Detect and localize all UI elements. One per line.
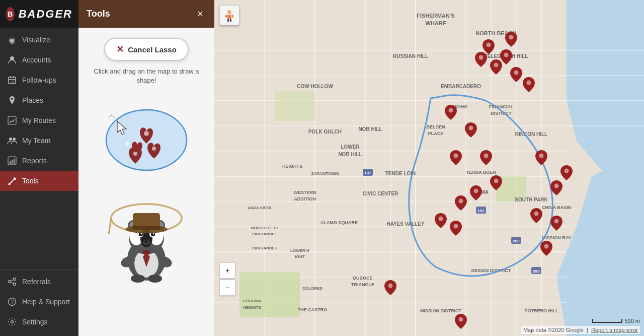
accounts-icon bbox=[7, 55, 17, 65]
sidebar-item-accounts[interactable]: Accounts bbox=[0, 50, 78, 70]
zoom-out-button[interactable]: − bbox=[219, 280, 235, 296]
svg-rect-11 bbox=[10, 161, 11, 164]
svg-text:RUSSIAN HILL: RUSSIAN HILL bbox=[393, 53, 428, 59]
map-scale: 500 m bbox=[592, 318, 640, 324]
sidebar-nav: ◉ Visualize Accounts 31 Follow-ups Place… bbox=[0, 28, 78, 269]
tools-title: Tools bbox=[87, 9, 110, 19]
svg-point-145 bbox=[454, 154, 458, 158]
svg-rect-162 bbox=[227, 15, 231, 19]
sidebar-item-followups[interactable]: 31 Follow-ups bbox=[0, 70, 78, 90]
svg-point-148 bbox=[474, 189, 478, 193]
sidebar-label-referrals: Referrals bbox=[22, 278, 51, 286]
svg-point-158 bbox=[388, 284, 393, 288]
sidebar-label-help: Help & Support bbox=[22, 298, 70, 306]
sidebar-label-accounts: Accounts bbox=[22, 56, 51, 64]
svg-text:ADDITION: ADDITION bbox=[294, 196, 316, 201]
map-area[interactable]: 101 101 280 280 FISHERMAN'S WHARF NORTH … bbox=[214, 0, 644, 336]
svg-text:HEIGHTS: HEIGHTS bbox=[282, 164, 302, 169]
map-footer: Map data ©2020 Google | Report a map err… bbox=[521, 326, 640, 334]
svg-text:WHARF: WHARF bbox=[426, 20, 446, 26]
svg-text:DOLORES: DOLORES bbox=[302, 286, 323, 291]
svg-text:JAPANTOWN: JAPANTOWN bbox=[310, 171, 339, 176]
svg-rect-163 bbox=[227, 19, 229, 22]
svg-point-137 bbox=[509, 35, 514, 40]
svg-point-45 bbox=[144, 240, 148, 243]
svg-text:101: 101 bbox=[364, 171, 371, 175]
svg-text:CORONA: CORONA bbox=[243, 299, 261, 303]
svg-text:RINCON HILL: RINCON HILL bbox=[515, 131, 547, 137]
svg-point-143 bbox=[449, 108, 453, 113]
map-zoom-controls: + − bbox=[219, 262, 235, 296]
svg-point-136 bbox=[487, 43, 491, 47]
street-view-pegman[interactable] bbox=[219, 5, 239, 25]
svg-line-28 bbox=[111, 115, 118, 121]
sidebar-item-places[interactable]: Places bbox=[0, 90, 78, 110]
svg-text:ALAMO SQUARE: ALAMO SQUARE bbox=[320, 220, 358, 225]
svg-text:101: 101 bbox=[477, 209, 485, 213]
svg-point-141 bbox=[514, 71, 519, 75]
map-canvas: 101 101 280 280 FISHERMAN'S WHARF NORTH … bbox=[214, 0, 644, 336]
svg-point-152 bbox=[539, 154, 544, 158]
sidebar-item-myroutes[interactable]: My Routes bbox=[0, 110, 78, 130]
sidebar-bottom: Referrals ? Help & Support Settings bbox=[0, 269, 78, 336]
cancel-lasso-button[interactable]: ✕ Cancel Lasso bbox=[104, 38, 189, 61]
svg-point-8 bbox=[9, 138, 12, 141]
sidebar-item-help[interactable]: ? Help & Support bbox=[0, 292, 78, 312]
tools-close-button[interactable]: × bbox=[194, 7, 206, 21]
svg-line-29 bbox=[109, 114, 112, 117]
sidebar-item-reports[interactable]: Reports bbox=[0, 151, 78, 171]
sidebar-item-tools[interactable]: Tools bbox=[0, 171, 78, 191]
svg-text:WESTERN: WESTERN bbox=[294, 190, 316, 195]
report-error-link[interactable]: Report a map error bbox=[591, 327, 638, 333]
svg-point-140 bbox=[504, 53, 509, 57]
svg-text:HAYES VALLEY: HAYES VALLEY bbox=[386, 221, 424, 227]
svg-point-149 bbox=[459, 199, 463, 204]
svg-text:FISHERMAN'S: FISHERMAN'S bbox=[417, 13, 454, 19]
svg-point-159 bbox=[459, 317, 463, 322]
svg-point-15 bbox=[14, 278, 16, 281]
svg-rect-7 bbox=[8, 116, 16, 124]
svg-point-157 bbox=[544, 244, 549, 249]
cancel-x-icon: ✕ bbox=[116, 44, 124, 55]
reports-icon bbox=[7, 156, 17, 166]
svg-point-26 bbox=[152, 147, 156, 151]
followups-icon: 31 bbox=[7, 75, 17, 85]
svg-point-14 bbox=[9, 281, 11, 283]
svg-text:CIVIC CENTER: CIVIC CENTER bbox=[363, 191, 398, 196]
sidebar-item-referrals[interactable]: Referrals bbox=[0, 272, 78, 292]
logo-area: B BADGER bbox=[0, 0, 78, 28]
svg-text:SOUTH PARK: SOUTH PARK bbox=[515, 197, 548, 203]
sidebar-label-places: Places bbox=[22, 96, 43, 104]
svg-text:CHINA BASIN: CHINA BASIN bbox=[542, 205, 572, 210]
svg-point-142 bbox=[527, 81, 531, 85]
svg-point-154 bbox=[565, 169, 569, 173]
svg-point-24 bbox=[144, 131, 149, 136]
svg-text:COW HOLLOW: COW HOLLOW bbox=[297, 84, 333, 89]
svg-point-156 bbox=[554, 219, 559, 224]
svg-line-17 bbox=[11, 280, 14, 281]
help-icon: ? bbox=[7, 297, 17, 307]
scale-label: 500 m bbox=[624, 318, 640, 324]
svg-point-25 bbox=[133, 152, 137, 156]
sidebar-item-visualize[interactable]: ◉ Visualize bbox=[0, 30, 78, 50]
sidebar-label-visualize: Visualize bbox=[22, 36, 50, 44]
svg-point-153 bbox=[554, 184, 559, 188]
svg-point-57 bbox=[131, 275, 145, 283]
svg-point-144 bbox=[469, 126, 473, 130]
referrals-icon bbox=[7, 277, 17, 287]
tools-content: ✕ Cancel Lasso Click and drag on the map… bbox=[78, 28, 214, 295]
sidebar-label-myroutes: My Routes bbox=[22, 116, 56, 124]
sidebar-item-settings[interactable]: Settings bbox=[0, 312, 78, 332]
svg-point-58 bbox=[148, 275, 162, 283]
sidebar-label-tools: Tools bbox=[22, 177, 39, 185]
svg-point-6 bbox=[11, 98, 13, 100]
svg-point-146 bbox=[484, 154, 489, 158]
pegman-icon[interactable] bbox=[219, 5, 239, 25]
svg-point-138 bbox=[479, 55, 484, 60]
map-attribution: Map data ©2020 Google bbox=[523, 327, 584, 333]
zoom-in-button[interactable]: + bbox=[219, 262, 235, 279]
tools-panel: Tools × ✕ Cancel Lasso Click and drag on… bbox=[78, 0, 214, 336]
svg-rect-82 bbox=[275, 91, 315, 121]
sidebar-item-myteam[interactable]: My Team bbox=[0, 130, 78, 151]
svg-rect-80 bbox=[239, 272, 300, 317]
